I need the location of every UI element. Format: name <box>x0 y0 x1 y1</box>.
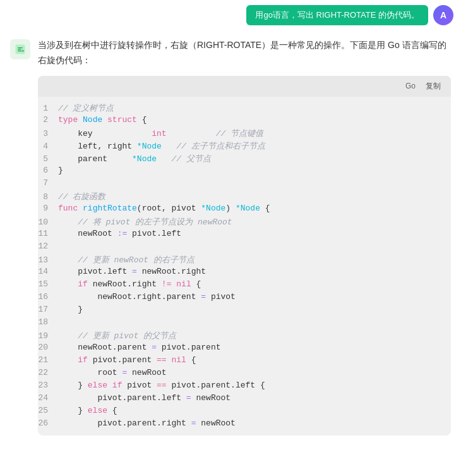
line-number: 21 <box>38 355 58 365</box>
code-block: Go 复制 1// 定义树节点2type Node struct {3 key … <box>38 76 451 436</box>
code-language: Go <box>405 82 416 90</box>
line-code: // 将 pivot 的左子节点设为 newRoot <box>58 216 232 228</box>
bot-svg-icon <box>14 43 27 56</box>
line-number: 20 <box>38 343 58 352</box>
line-number: 17 <box>38 305 58 314</box>
line-code: // 定义树节点 <box>58 102 114 114</box>
line-code: pivot.parent.right = newRoot <box>58 418 236 428</box>
table-row: 20 newRoot.parent = pivot.parent <box>38 342 451 355</box>
bot-icon <box>10 39 30 59</box>
line-number: 5 <box>38 154 58 164</box>
table-row: 9func rightRotate(root, pivot *Node) *No… <box>38 203 451 216</box>
line-number: 4 <box>38 142 58 151</box>
code-header: Go 复制 <box>38 76 451 97</box>
table-row: 15 if newRoot.right != nil { <box>38 279 451 291</box>
line-code: } else if pivot == pivot.parent.left { <box>58 381 265 390</box>
line-code: func rightRotate(root, pivot *Node) *Nod… <box>58 204 270 213</box>
line-number: 2 <box>38 115 58 125</box>
table-row: 18 <box>38 317 451 329</box>
table-row: 16 newRoot.right.parent = pivot <box>38 291 451 304</box>
table-row: 10 // 将 pivot 的左子节点设为 newRoot <box>38 216 451 228</box>
table-row: 21 if pivot.parent == nil { <box>38 355 451 367</box>
table-row: 7 <box>38 178 451 190</box>
line-code: root = newRoot <box>58 368 167 377</box>
line-number: 1 <box>38 104 58 113</box>
line-number: 22 <box>38 368 58 377</box>
table-row: 6} <box>38 165 451 178</box>
avatar: A <box>433 5 453 25</box>
table-row: 11 newRoot := pivot.left <box>38 228 451 241</box>
line-code: } else { <box>58 406 117 415</box>
line-code: } <box>58 305 83 314</box>
line-code: pivot.parent.left = newRoot <box>58 393 230 403</box>
table-row: 24 pivot.parent.left = newRoot <box>38 393 451 405</box>
line-code: // 更新 pivot 的父节点 <box>58 330 176 341</box>
line-number: 8 <box>38 192 58 202</box>
copy-button[interactable]: 复制 <box>423 80 443 93</box>
table-row: 4 left, right *Node // 左子节点和右子节点 <box>38 140 451 152</box>
line-code: left, right *Node // 左子节点和右子节点 <box>58 140 265 152</box>
table-row: 5 parent *Node // 父节点 <box>38 152 451 165</box>
line-code: newRoot.right.parent = pivot <box>58 292 236 302</box>
message-container: 当涉及到在树中进行旋转操作时，右旋（RIGHT-ROTATE）是一种常见的操作。… <box>0 30 461 443</box>
line-number: 23 <box>38 381 58 390</box>
table-row: 17 } <box>38 304 451 317</box>
line-number: 9 <box>38 204 58 213</box>
line-number: 16 <box>38 292 58 302</box>
line-number: 24 <box>38 393 58 403</box>
line-code: // 更新 newRoot 的右子节点 <box>58 254 195 265</box>
line-number: 25 <box>38 406 58 415</box>
svg-point-1 <box>22 50 24 52</box>
line-number: 14 <box>38 267 58 276</box>
line-number: 26 <box>38 418 58 428</box>
message-content: 当涉及到在树中进行旋转操作时，右旋（RIGHT-ROTATE）是一种常见的操作。… <box>38 38 451 436</box>
line-number: 12 <box>38 241 58 251</box>
code-content: 1// 定义树节点2type Node struct {3 key int //… <box>38 97 451 436</box>
table-row: 23 } else if pivot == pivot.parent.left … <box>38 380 451 393</box>
table-row: 12 <box>38 241 451 253</box>
line-code: pivot.left = newRoot.right <box>58 267 206 276</box>
line-number: 13 <box>38 255 58 265</box>
top-bar: 用go语言，写出 RIGHT-ROTATE 的伪代码。 A <box>0 0 461 30</box>
line-number: 3 <box>38 129 58 138</box>
line-code: type Node struct { <box>58 115 147 125</box>
line-number: 7 <box>38 178 58 188</box>
line-code: if pivot.parent == nil { <box>58 355 196 365</box>
table-row: 14 pivot.left = newRoot.right <box>38 266 451 279</box>
intro-text: 当涉及到在树中进行旋转操作时，右旋（RIGHT-ROTATE）是一种常见的操作。… <box>38 38 451 68</box>
line-code: // 右旋函数 <box>58 191 105 202</box>
table-row: 22 root = newRoot <box>38 367 451 380</box>
line-code: if newRoot.right != nil { <box>58 279 201 289</box>
line-number: 10 <box>38 217 58 227</box>
table-row: 1// 定义树节点 <box>38 102 451 114</box>
table-row: 2type Node struct { <box>38 114 451 127</box>
line-number: 11 <box>38 229 58 238</box>
line-code: key int // 节点键值 <box>58 128 263 139</box>
line-number: 6 <box>38 166 58 175</box>
line-code: newRoot.parent = pivot.parent <box>58 343 220 352</box>
line-number: 15 <box>38 279 58 289</box>
table-row: 25 } else { <box>38 405 451 418</box>
table-row: 3 key int // 节点键值 <box>38 127 451 140</box>
table-row: 19 // 更新 pivot 的父节点 <box>38 329 451 342</box>
line-code: parent *Node // 父节点 <box>58 153 211 164</box>
line-code: newRoot := pivot.left <box>58 229 181 238</box>
line-number: 19 <box>38 331 58 341</box>
prompt-button[interactable]: 用go语言，写出 RIGHT-ROTATE 的伪代码。 <box>246 5 428 25</box>
line-number: 18 <box>38 317 58 327</box>
table-row: 13 // 更新 newRoot 的右子节点 <box>38 253 451 266</box>
table-row: 26 pivot.parent.right = newRoot <box>38 418 451 430</box>
table-row: 8// 右旋函数 <box>38 190 451 203</box>
line-code: } <box>58 166 63 175</box>
